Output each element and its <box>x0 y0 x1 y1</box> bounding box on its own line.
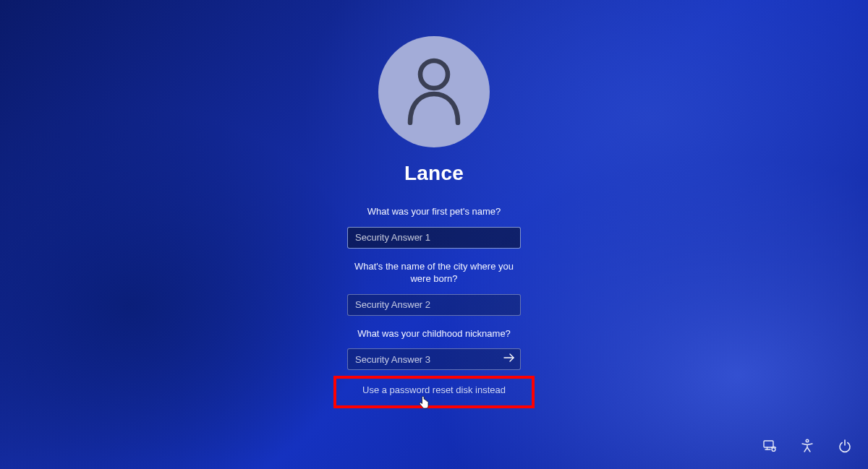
accessibility-button[interactable] <box>799 439 816 456</box>
svg-rect-2 <box>764 441 773 447</box>
security-question-1: What was your first pet's name? <box>347 205 521 218</box>
user-avatar <box>378 36 490 147</box>
password-reset-disk-link[interactable]: Use a password reset disk instead <box>362 384 506 395</box>
power-button[interactable] <box>836 439 854 456</box>
cursor-pointer-icon <box>419 396 429 409</box>
submit-button[interactable] <box>498 348 521 370</box>
network-icon <box>762 439 777 456</box>
network-button[interactable] <box>761 439 778 456</box>
security-answer-3-input[interactable] <box>347 348 521 370</box>
accessibility-icon <box>800 439 814 456</box>
svg-point-5 <box>772 448 775 452</box>
security-answer-3-field[interactable] <box>347 348 521 370</box>
security-answer-1-field[interactable] <box>347 227 521 249</box>
arrow-right-icon <box>503 353 515 366</box>
user-icon <box>404 56 464 128</box>
svg-point-0 <box>420 61 448 88</box>
svg-line-8 <box>804 447 807 452</box>
security-answer-1-input[interactable] <box>347 227 521 249</box>
security-answer-2-field[interactable] <box>347 294 521 316</box>
login-security-questions: Lance What was your first pet's name? Wh… <box>326 36 542 408</box>
username-label: Lance <box>404 162 464 185</box>
svg-point-6 <box>806 439 809 442</box>
security-answer-2-input[interactable] <box>347 294 521 316</box>
power-icon <box>838 439 852 456</box>
highlight-annotation: Use a password reset disk instead <box>333 376 535 408</box>
security-question-3: What was your childhood nickname? <box>347 327 521 340</box>
svg-line-9 <box>807 447 810 452</box>
security-question-2: What's the name of the city where you we… <box>347 260 521 285</box>
system-tray <box>761 439 854 456</box>
